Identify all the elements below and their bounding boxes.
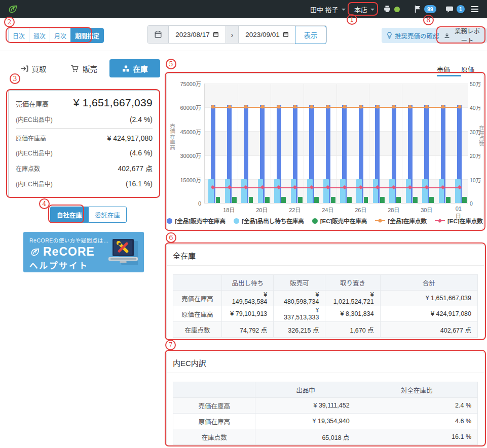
calendar-button[interactable] — [147, 26, 169, 43]
date-from-input[interactable]: 2023/08/17 — [169, 26, 226, 43]
divider — [167, 373, 484, 373]
tab-purchase[interactable]: 買取 — [8, 59, 59, 77]
date-range-picker: 2023/08/17 › 2023/09/01 表示 — [147, 25, 327, 44]
table-row: 売価在庫高 ¥ 149,543,584 ¥ 480,598,734 ¥ 1,02… — [173, 291, 478, 306]
period-tab-daily[interactable]: 日次 — [8, 28, 29, 43]
notifications-flag[interactable]: 99 — [414, 0, 436, 18]
table-title: 全在庫 — [173, 250, 478, 261]
stat-row: (内EC出品中) (2.4 %) — [16, 115, 153, 124]
toolbar: 日次 週次 月次 期間指定 2023/08/17 › 2023/09/01 — [0, 18, 487, 51]
table-header-row: 出品中 対全在庫比 — [173, 382, 478, 398]
business-report-button[interactable]: 業務レポート — [439, 28, 487, 43]
help-site-banner[interactable]: ReCOREの使い方や疑問点は… ReCORE ヘルプサイト — [23, 232, 144, 272]
annotation-number-4: 4 — [39, 198, 50, 209]
lightbulb-icon — [387, 32, 392, 39]
stat-row: 売価在庫高 ¥ 1,651,667,039 — [16, 97, 153, 109]
x-axis-labels: 18日20日22日24日26日28日30日01日 — [204, 206, 468, 213]
stat-value: ¥ 424,917,080 — [107, 134, 153, 142]
active-tab-underline — [437, 75, 461, 76]
chart-plot[interactable] — [204, 84, 468, 203]
cart-icon — [71, 65, 79, 72]
chart-price-tabs: 売価 原価 — [437, 64, 474, 74]
annotation-number-7: 7 — [165, 340, 176, 350]
annotation-number-6: 6 — [166, 232, 176, 243]
table-row: 売価在庫高 ¥ 39,111,452 2.4 % — [173, 398, 478, 414]
printer-icon — [383, 5, 391, 13]
all-stock-card: 全在庫 品出し待ち 販売可 取り置き 合計 売価在庫高 ¥ 149,543,58… — [166, 245, 484, 339]
y-axis-right-ticks: 50万40万30万20万10万0 — [470, 84, 483, 203]
store-menu[interactable]: 本店 — [354, 0, 374, 18]
messages[interactable]: 1 — [445, 0, 465, 18]
calendar-icon — [283, 31, 289, 37]
ec-breakdown-card: 内EC内訳 出品中 対全在庫比 売価在庫高 ¥ 39,111,452 2.4 %… — [166, 352, 484, 445]
tab-cost-price[interactable]: 原価 — [461, 64, 474, 74]
stat-label: 売価在庫高 — [16, 99, 49, 108]
table-row: 原価在庫高 ¥ 79,101,913 ¥ 337,513,333 ¥ 8,301… — [173, 306, 478, 322]
top-navbar: 田中 裕子 本店 99 1 — [0, 0, 487, 18]
chart-legend[interactable]: [全品]販売中在庫高[全品]品出し待ち在庫高[EC]販売中在庫高[全品]在庫点数… — [167, 217, 483, 225]
mode-tab-bar: 買取 販売 在庫 — [8, 59, 160, 77]
stat-value: (4.6 %) — [130, 149, 153, 157]
date-next-button[interactable]: › — [226, 26, 239, 43]
flag-icon — [414, 5, 421, 13]
chat-badge: 1 — [457, 5, 465, 13]
stat-value: (16.1 %) — [126, 180, 153, 188]
period-tab-group: 日次 週次 月次 期間指定 — [8, 28, 104, 43]
date-to-input[interactable]: 2023/09/01 — [239, 26, 295, 43]
table-row: 原価在庫高 ¥ 19,354,940 4.6 % — [173, 414, 478, 429]
stock-type-tabs: 自社在庫 委託在庫 — [50, 207, 127, 223]
all-stock-table: 品出し待ち 販売可 取り置き 合計 売価在庫高 ¥ 149,543,584 ¥ … — [173, 274, 478, 338]
period-tab-monthly[interactable]: 月次 — [50, 28, 71, 43]
stat-row: 原価在庫高 ¥ 424,917,080 — [16, 134, 153, 142]
printer-online-dot — [394, 7, 400, 12]
printer-status[interactable] — [383, 0, 400, 18]
stat-label: (内EC出品中) — [16, 148, 53, 157]
y-axis-left-ticks: 75000万60000万45000万30000万15000万0 — [172, 84, 201, 203]
period-tab-weekly[interactable]: 週次 — [29, 28, 50, 43]
recore-logo-icon[interactable] — [7, 4, 18, 15]
stat-row: (内EC出品中) (16.1 %) — [16, 179, 153, 188]
show-button[interactable]: 表示 — [295, 26, 326, 44]
calendar-icon — [213, 31, 219, 37]
consignment-stock-tab[interactable]: 委託在庫 — [88, 207, 127, 223]
divider — [16, 128, 153, 129]
table-title: 内EC内訳 — [173, 357, 478, 368]
chat-bubble-icon — [445, 6, 454, 13]
laptop-tools-illustration — [106, 238, 140, 266]
stat-label: (内EC出品中) — [16, 179, 53, 188]
user-menu[interactable]: 田中 裕子 — [310, 0, 346, 18]
table-row: 在庫点数 74,792 点 326,215 点 1,670 点 402,677 … — [173, 322, 478, 338]
suggested-price-button[interactable]: 推奨売価の確認 — [382, 28, 444, 43]
cubes-icon — [122, 65, 130, 72]
download-icon — [444, 32, 449, 39]
chevron-down-icon — [370, 9, 374, 11]
stat-label: 原価在庫高 — [16, 134, 46, 142]
own-stock-tab[interactable]: 自社在庫 — [50, 207, 89, 223]
calendar-icon — [154, 30, 162, 38]
stat-label: (内EC出品中) — [16, 115, 53, 124]
flag-badge: 99 — [424, 5, 436, 13]
store-name: 本店 — [354, 5, 367, 14]
stat-value: (2.4 %) — [130, 115, 153, 124]
inventory-stats-panel: 売価在庫高 ¥ 1,651,667,039 (内EC出品中) (2.4 %) 原… — [8, 90, 160, 197]
inventory-chart-card: 売価在庫高 在庫点数 75000万60000万45000万30000万15000… — [166, 73, 483, 229]
sign-in-icon — [21, 65, 28, 72]
table-header-row: 品出し待ち 販売可 取り置き 合計 — [173, 275, 478, 291]
stat-value: ¥ 1,651,667,039 — [73, 97, 153, 109]
stat-value: 402,677 点 — [118, 163, 153, 173]
stat-label: 在庫点数 — [16, 164, 40, 173]
chevron-down-icon — [342, 9, 346, 11]
tab-inventory[interactable]: 在庫 — [109, 59, 160, 77]
stat-row: 在庫点数 402,677 点 — [16, 163, 153, 173]
ec-breakdown-table: 出品中 対全在庫比 売価在庫高 ¥ 39,111,452 2.4 % 原価在庫高… — [173, 382, 478, 445]
tab-selling-price[interactable]: 売価 — [437, 64, 450, 74]
table-row: 在庫点数 65,018 点 16.1 % — [173, 429, 478, 445]
user-name: 田中 裕子 — [310, 5, 339, 14]
stat-row: (内EC出品中) (4.6 %) — [16, 148, 153, 157]
banner-brand: ReCORE — [43, 245, 95, 259]
recore-leaf-icon — [29, 247, 41, 258]
hamburger-menu-icon[interactable] — [471, 6, 478, 12]
divider — [167, 265, 484, 266]
tab-sales[interactable]: 販売 — [59, 59, 109, 77]
period-tab-range[interactable]: 期間指定 — [70, 28, 104, 43]
